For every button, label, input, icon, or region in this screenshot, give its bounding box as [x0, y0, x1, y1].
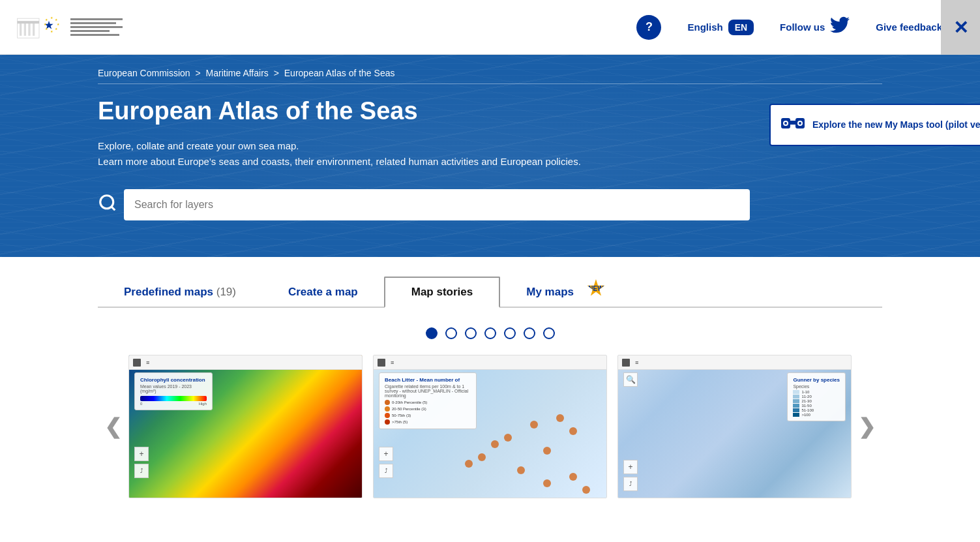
feedback-label: Give feedback: [876, 22, 942, 33]
svg-point-20: [100, 195, 113, 208]
data-dot: [530, 421, 538, 429]
hero-content: European Atlas of the Seas Explore, coll…: [98, 97, 882, 220]
map-share-3[interactable]: ⤴: [623, 477, 638, 491]
top-bar-actions: ? English EN Follow us Give feedback: [636, 15, 967, 40]
data-dot: [517, 466, 525, 474]
hero-divider: [98, 83, 882, 84]
tab-map-stories[interactable]: Map stories: [384, 277, 500, 308]
tab-create-map[interactable]: Create a map: [262, 278, 384, 307]
binoculars-icon: [781, 113, 805, 137]
carousel-items: ≡ Chlorophyll concentration Mean values …: [128, 355, 852, 498]
map-toolbar-3: ≡: [618, 355, 851, 370]
svg-point-28: [799, 122, 801, 125]
data-dot: [491, 440, 499, 448]
carousel-prev[interactable]: ❮: [98, 414, 128, 439]
carousel-dot-5[interactable]: [504, 327, 516, 339]
svg-point-27: [784, 122, 787, 125]
search-icon: [98, 193, 117, 217]
tab-predefined-maps[interactable]: Predefined maps (19): [98, 278, 262, 307]
main-content: Predefined maps (19) Create a map Map st…: [0, 257, 980, 524]
hero-left: European Atlas of the Seas Explore, coll…: [98, 97, 750, 220]
map-overlay-2: Beach Litter - Mean number of Cigarette …: [379, 372, 477, 429]
carousel-item-3[interactable]: ≡ Gunner by species Species 1-10 11-20 2…: [617, 355, 852, 498]
carousel: ❮ ≡ Chlorophyll concentration Mean value…: [98, 355, 882, 498]
data-dot: [543, 479, 551, 487]
map-share-2[interactable]: ⤴: [379, 464, 393, 478]
svg-rect-24: [790, 121, 796, 125]
help-button[interactable]: ?: [636, 15, 661, 40]
map-zoom-in-1[interactable]: +: [134, 447, 149, 461]
map-zoom-in-2[interactable]: +: [379, 447, 393, 461]
carousel-dot-1[interactable]: [426, 327, 438, 339]
mymaps-explore-button[interactable]: Explore the new My Maps tool (pilot vers…: [769, 104, 980, 146]
map-toolbar-1: ≡: [129, 355, 362, 370]
map-toolbar-2: ≡: [374, 355, 606, 370]
carousel-item-2[interactable]: ≡ Beach Lit: [373, 355, 607, 498]
map-thumbnail-2: ≡ Beach Lit: [374, 355, 606, 498]
breadcrumb-atlas[interactable]: European Atlas of the Seas: [284, 68, 395, 78]
language-badge: EN: [728, 20, 754, 35]
carousel-dots: [98, 327, 882, 339]
map-search-3[interactable]: 🔍: [623, 372, 638, 387]
svg-rect-3: [24, 23, 26, 36]
data-dot: [582, 486, 590, 494]
map-side-buttons-1: + ⤴: [134, 447, 149, 478]
eu-logo: ★ ★ ★ ★ ★ ★ ★ ★ ★: [13, 9, 65, 45]
svg-rect-5: [33, 23, 35, 36]
map-side-buttons-2: + ⤴: [379, 447, 393, 478]
mymaps-btn-text: Explore the new My Maps tool (pilot vers…: [812, 119, 980, 132]
help-icon: ?: [636, 15, 661, 40]
data-dot: [478, 453, 486, 461]
twitter-icon: [830, 16, 850, 38]
carousel-item-1[interactable]: ≡ Chlorophyll concentration Mean values …: [128, 355, 363, 498]
map-share-1[interactable]: ⤴: [134, 464, 149, 478]
svg-rect-6: [18, 21, 39, 23]
search-area: [98, 189, 750, 220]
close-button[interactable]: ✕: [941, 0, 980, 55]
map-side-buttons-3: + ⤴: [623, 460, 638, 491]
svg-rect-2: [20, 23, 22, 36]
breadcrumb-european-commission[interactable]: European Commission: [98, 68, 190, 78]
svg-line-21: [111, 206, 115, 209]
data-dot: [465, 460, 473, 468]
tabs-row: Predefined maps (19) Create a map Map st…: [98, 277, 882, 308]
map-thumbnail-1: ≡ Chlorophyll concentration Mean values …: [129, 355, 362, 498]
svg-rect-4: [28, 23, 30, 36]
breadcrumb-maritime-affairs[interactable]: Maritime Affairs: [206, 68, 269, 78]
logo-area[interactable]: ★ ★ ★ ★ ★ ★ ★ ★ ★: [13, 9, 123, 45]
language-label: English: [687, 22, 722, 33]
map-zoom-in-3[interactable]: +: [623, 460, 638, 474]
carousel-next[interactable]: ❯: [852, 414, 882, 439]
follow-label: Follow us: [780, 22, 825, 33]
map-thumbnail-3: ≡ Gunner by species Species 1-10 11-20 2…: [618, 355, 851, 498]
carousel-dot-6[interactable]: [524, 327, 535, 339]
tab-my-maps[interactable]: My maps NEW: [500, 278, 606, 307]
page-title: European Atlas of the Seas: [98, 97, 750, 125]
hero-subtitle1: Explore, collate and create your own sea…: [98, 138, 750, 154]
new-badge: NEW: [587, 279, 605, 297]
data-dot: [543, 447, 551, 455]
carousel-dot-7[interactable]: [543, 327, 555, 339]
top-bar: ★ ★ ★ ★ ★ ★ ★ ★ ★ ?: [0, 0, 980, 55]
data-dot: [569, 427, 577, 435]
carousel-dot-3[interactable]: [465, 327, 477, 339]
follow-us-button[interactable]: Follow us: [780, 16, 850, 38]
data-dot: [556, 414, 564, 422]
language-selector[interactable]: English EN: [687, 20, 754, 35]
map-overlay-3: Gunner by species Species 1-10 11-20 21-…: [787, 372, 846, 421]
map-overlay-1: Chlorophyll concentration Mean values 20…: [134, 372, 213, 410]
carousel-dot-4[interactable]: [484, 327, 496, 339]
hero-section: European Commission > Maritime Affairs >…: [0, 55, 980, 257]
carousel-dot-2[interactable]: [445, 327, 457, 339]
hero-subtitle2: Learn more about Europe's seas and coast…: [98, 154, 750, 170]
data-dot: [504, 434, 512, 442]
search-input[interactable]: [124, 189, 750, 220]
breadcrumb: European Commission > Maritime Affairs >…: [98, 68, 882, 78]
data-dot: [569, 473, 577, 481]
